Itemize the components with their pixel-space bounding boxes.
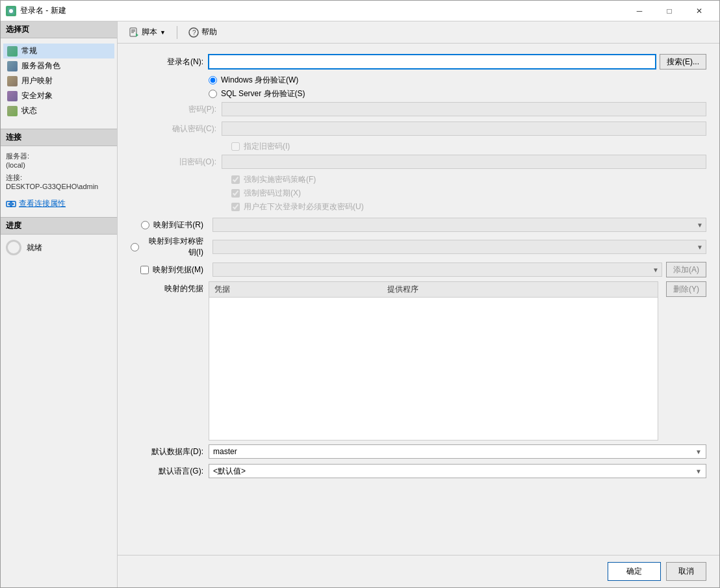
search-button[interactable]: 搜索(E)... [660, 54, 706, 70]
map-cert-radio[interactable] [141, 221, 149, 229]
script-button[interactable]: 脚本 ▼ [123, 24, 172, 40]
map-cred-dropdown[interactable]: ▼ [212, 262, 662, 277]
sql-auth-label[interactable]: SQL Server 身份验证(S) [221, 88, 305, 99]
add-button[interactable]: 添加(A) [666, 262, 706, 277]
toolbar-separator [177, 26, 177, 39]
toolbar: 脚本 ▼ ? 帮助 [118, 21, 719, 44]
sidebar: 选择页 常规 服务器角色 用户映射 安全对象 [1, 21, 118, 587]
sidebar-label-user: 用户映射 [21, 75, 53, 86]
connection-value: DESKTOP-G33QEHO\admin [6, 183, 112, 190]
sidebar-item-general[interactable]: 常规 [3, 44, 114, 58]
svg-point-5 [12, 203, 14, 205]
credentials-table-body [209, 298, 658, 441]
map-cert-dropdown[interactable]: ▼ [212, 218, 706, 232]
default-lang-row: 默认语言(G): <默认值> ▼ [131, 464, 706, 478]
login-name-row: 登录名(N): 搜索(E)... [131, 54, 706, 70]
form-area: 登录名(N): 搜索(E)... Windows 身份验证(W) SQL Ser… [118, 44, 719, 555]
content-area: 脚本 ▼ ? 帮助 登录名(N): [118, 21, 719, 587]
map-cert-dropdown-arrow: ▼ [697, 222, 703, 229]
map-cred-label[interactable]: 映射到凭据(M) [153, 264, 203, 275]
delete-button[interactable]: 删除(Y) [666, 281, 706, 297]
progress-title: 进度 [1, 218, 117, 235]
enforce-policy-checkbox [231, 175, 240, 184]
script-label: 脚本 [142, 27, 157, 38]
specify-old-password-checkbox [231, 142, 240, 151]
map-key-dropdown-arrow: ▼ [697, 244, 703, 251]
svg-point-1 [9, 9, 13, 13]
default-db-dropdown[interactable]: master ▼ [209, 444, 706, 459]
window-title: 登录名 - 新建 [20, 5, 624, 16]
login-name-input[interactable] [209, 55, 656, 69]
sidebar-label-general: 常规 [21, 45, 37, 57]
minimize-button[interactable]: ─ [624, 1, 654, 21]
password-control [222, 102, 706, 116]
map-key-radio[interactable] [131, 243, 139, 251]
map-cred-checkbox[interactable] [140, 266, 149, 274]
close-button[interactable]: ✕ [684, 1, 714, 21]
change-password-label: 用户在下次登录时必须更改密码(U) [244, 201, 364, 212]
cancel-button[interactable]: 取消 [666, 562, 706, 581]
enforce-expiration-label: 强制密码过期(X) [244, 188, 301, 199]
mapped-cred-label: 映射的凭据 [131, 281, 209, 294]
help-icon: ? [188, 27, 199, 38]
help-button[interactable]: ? 帮助 [183, 24, 223, 40]
title-bar: 登录名 - 新建 ─ □ ✕ [1, 1, 719, 21]
old-password-control [222, 155, 706, 169]
sidebar-item-server-roles[interactable]: 服务器角色 [3, 58, 114, 73]
enforce-policy-row: 强制实施密码策略(F) [231, 174, 706, 185]
map-key-dropdown[interactable]: ▼ [212, 240, 706, 254]
svg-marker-10 [136, 33, 138, 37]
restore-button[interactable]: □ [654, 1, 684, 21]
windows-auth-radio[interactable] [209, 76, 217, 84]
windows-auth-row: Windows 身份验证(W) [209, 75, 706, 86]
view-connection-label: 查看连接属性 [19, 198, 66, 209]
default-db-label: 默认数据库(D): [131, 446, 209, 457]
password-input [222, 102, 706, 116]
server-icon [7, 61, 18, 71]
view-connection-props-link[interactable]: 查看连接属性 [1, 196, 117, 212]
specify-old-password-row: 指定旧密码(I) [231, 141, 706, 152]
ok-button[interactable]: 确定 [608, 562, 661, 581]
svg-point-4 [8, 203, 10, 205]
sidebar-item-security[interactable]: 安全对象 [3, 88, 114, 103]
server-label: 服务器: [6, 151, 112, 161]
specify-old-password-label: 指定旧密码(I) [244, 141, 290, 152]
status-text: 就绪 [27, 242, 42, 253]
map-cred-row: 映射到凭据(M) ▼ 添加(A) [131, 262, 706, 277]
main-area: 选择页 常规 服务器角色 用户映射 安全对象 [1, 21, 719, 587]
sidebar-item-user-mapping[interactable]: 用户映射 [3, 73, 114, 88]
general-icon [7, 46, 18, 57]
default-lang-arrow: ▼ [695, 468, 702, 475]
enforce-expiration-checkbox [231, 189, 240, 198]
bottom-buttons: 确定 取消 [118, 555, 719, 587]
main-window: 登录名 - 新建 ─ □ ✕ 选择页 常规 服务器角色 用户 [0, 0, 720, 588]
password-label: 密码(P): [144, 104, 222, 115]
map-cert-label-area: 映射到证书(R) [131, 220, 209, 231]
mapped-cred-section: 映射的凭据 凭据 提供程序 [131, 281, 706, 441]
connection-section: 连接 服务器: (local) 连接: DESKTOP-G33QEHO\admi… [1, 129, 117, 212]
map-key-label[interactable]: 映射到非对称密钥(I) [143, 236, 203, 258]
login-name-label: 登录名(N): [131, 57, 209, 68]
default-lang-value: <默认值> [213, 466, 246, 477]
confirm-password-input [222, 121, 706, 136]
user-icon [7, 76, 18, 86]
sidebar-label-status: 状态 [21, 105, 37, 116]
change-password-checkbox [231, 203, 240, 211]
windows-auth-label[interactable]: Windows 身份验证(W) [221, 75, 298, 86]
connection-info: 服务器: (local) 连接: DESKTOP-G33QEHO\admin [1, 146, 117, 196]
cred-buttons: 删除(Y) [658, 281, 706, 297]
default-db-row: 默认数据库(D): master ▼ [131, 444, 706, 459]
sql-auth-radio[interactable] [209, 90, 217, 98]
sidebar-item-status[interactable]: 状态 [3, 103, 114, 118]
map-cred-label-area: 映射到凭据(M) [131, 264, 209, 275]
map-cert-label[interactable]: 映射到证书(R) [153, 220, 203, 231]
map-cred-dropdown-arrow: ▼ [652, 266, 659, 274]
connection-label: 连接: [6, 173, 112, 183]
change-password-row: 用户在下次登录时必须更改密码(U) [231, 201, 706, 212]
sidebar-label-server: 服务器角色 [21, 60, 60, 71]
sql-auth-row: SQL Server 身份验证(S) [209, 88, 706, 99]
default-lang-dropdown[interactable]: <默认值> ▼ [209, 464, 706, 478]
confirm-password-control [222, 121, 706, 136]
enforce-policy-label: 强制实施密码策略(F) [244, 174, 316, 185]
progress-info: 就绪 [1, 235, 117, 261]
